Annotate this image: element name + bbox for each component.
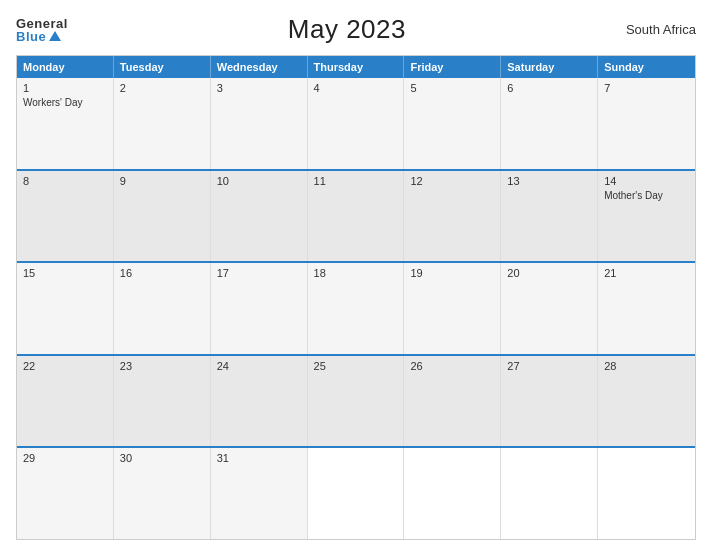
day-number: 28 xyxy=(604,360,689,372)
calendar-day-cell: 27 xyxy=(501,356,598,447)
page-header: General Blue May 2023 South Africa xyxy=(16,14,696,45)
day-number: 15 xyxy=(23,267,107,279)
calendar-day-cell: 9 xyxy=(114,171,211,262)
calendar-day-cell: 20 xyxy=(501,263,598,354)
calendar-day-header: Wednesday xyxy=(211,56,308,78)
logo-triangle-icon xyxy=(49,31,61,41)
calendar-day-cell: 5 xyxy=(404,78,501,169)
day-number: 17 xyxy=(217,267,301,279)
day-number: 18 xyxy=(314,267,398,279)
calendar-week: 293031 xyxy=(17,446,695,539)
day-number: 20 xyxy=(507,267,591,279)
calendar-day-cell: 1Workers' Day xyxy=(17,78,114,169)
calendar-day-cell: 14Mother's Day xyxy=(598,171,695,262)
calendar-page: General Blue May 2023 South Africa Monda… xyxy=(0,0,712,550)
calendar-day-cell xyxy=(404,448,501,539)
calendar-day-cell: 11 xyxy=(308,171,405,262)
calendar-day-cell: 3 xyxy=(211,78,308,169)
country-label: South Africa xyxy=(626,22,696,37)
calendar-day-header: Friday xyxy=(404,56,501,78)
day-event: Mother's Day xyxy=(604,189,689,202)
day-number: 23 xyxy=(120,360,204,372)
calendar-day-cell: 2 xyxy=(114,78,211,169)
calendar-day-header: Sunday xyxy=(598,56,695,78)
calendar-day-cell: 23 xyxy=(114,356,211,447)
calendar-day-cell: 22 xyxy=(17,356,114,447)
day-number: 26 xyxy=(410,360,494,372)
day-number: 8 xyxy=(23,175,107,187)
calendar-day-cell: 28 xyxy=(598,356,695,447)
day-number: 7 xyxy=(604,82,689,94)
calendar-day-cell: 7 xyxy=(598,78,695,169)
calendar-week: 22232425262728 xyxy=(17,354,695,447)
calendar-body: 1Workers' Day234567891011121314Mother's … xyxy=(17,78,695,539)
day-number: 2 xyxy=(120,82,204,94)
logo-general-text: General xyxy=(16,17,68,30)
calendar-day-cell: 12 xyxy=(404,171,501,262)
calendar-day-cell: 4 xyxy=(308,78,405,169)
calendar-header: MondayTuesdayWednesdayThursdayFridaySatu… xyxy=(17,56,695,78)
calendar-day-cell: 29 xyxy=(17,448,114,539)
logo: General Blue xyxy=(16,17,68,43)
calendar-title: May 2023 xyxy=(288,14,406,45)
day-number: 19 xyxy=(410,267,494,279)
day-number: 12 xyxy=(410,175,494,187)
calendar-week: 15161718192021 xyxy=(17,261,695,354)
calendar-day-cell: 17 xyxy=(211,263,308,354)
calendar-day-cell: 16 xyxy=(114,263,211,354)
day-number: 9 xyxy=(120,175,204,187)
day-number: 10 xyxy=(217,175,301,187)
day-number: 21 xyxy=(604,267,689,279)
calendar-week: 891011121314Mother's Day xyxy=(17,169,695,262)
calendar-day-cell: 13 xyxy=(501,171,598,262)
day-number: 11 xyxy=(314,175,398,187)
day-number: 25 xyxy=(314,360,398,372)
day-number: 13 xyxy=(507,175,591,187)
day-number: 30 xyxy=(120,452,204,464)
calendar-day-cell: 18 xyxy=(308,263,405,354)
calendar-day-header: Saturday xyxy=(501,56,598,78)
calendar-day-cell: 10 xyxy=(211,171,308,262)
day-number: 24 xyxy=(217,360,301,372)
day-event: Workers' Day xyxy=(23,96,107,109)
calendar-day-cell xyxy=(308,448,405,539)
calendar-day-header: Tuesday xyxy=(114,56,211,78)
calendar-day-cell: 15 xyxy=(17,263,114,354)
calendar-day-cell xyxy=(501,448,598,539)
calendar-day-cell: 19 xyxy=(404,263,501,354)
calendar-day-cell: 25 xyxy=(308,356,405,447)
calendar-week: 1Workers' Day234567 xyxy=(17,78,695,169)
calendar-grid: MondayTuesdayWednesdayThursdayFridaySatu… xyxy=(16,55,696,540)
calendar-day-cell xyxy=(598,448,695,539)
logo-blue-text: Blue xyxy=(16,30,68,43)
day-number: 14 xyxy=(604,175,689,187)
calendar-day-header: Monday xyxy=(17,56,114,78)
calendar-day-cell: 24 xyxy=(211,356,308,447)
day-number: 3 xyxy=(217,82,301,94)
day-number: 4 xyxy=(314,82,398,94)
day-number: 27 xyxy=(507,360,591,372)
day-number: 1 xyxy=(23,82,107,94)
calendar-day-cell: 6 xyxy=(501,78,598,169)
calendar-day-header: Thursday xyxy=(308,56,405,78)
day-number: 31 xyxy=(217,452,301,464)
day-number: 22 xyxy=(23,360,107,372)
calendar-day-cell: 31 xyxy=(211,448,308,539)
calendar-day-cell: 8 xyxy=(17,171,114,262)
day-number: 29 xyxy=(23,452,107,464)
day-number: 5 xyxy=(410,82,494,94)
calendar-day-cell: 26 xyxy=(404,356,501,447)
day-number: 16 xyxy=(120,267,204,279)
calendar-day-cell: 30 xyxy=(114,448,211,539)
day-number: 6 xyxy=(507,82,591,94)
calendar-day-cell: 21 xyxy=(598,263,695,354)
